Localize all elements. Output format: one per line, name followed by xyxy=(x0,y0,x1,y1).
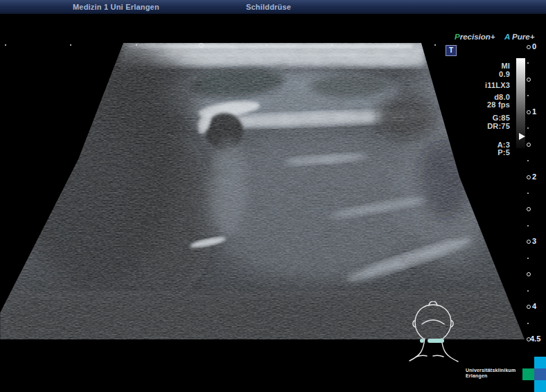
ruler-tick-dot xyxy=(527,258,529,259)
probe-position-bar xyxy=(428,339,444,343)
logo-square-cyan-bottom xyxy=(534,380,546,392)
ruler-tick-dot xyxy=(527,62,529,64)
mode-apure-initial: A xyxy=(504,33,510,41)
top-ruler-dot xyxy=(331,44,333,46)
branding-line1: Universitätsklinikum xyxy=(466,368,516,373)
title-bar: Medizin 1 Uni Erlangen Schilddrüse xyxy=(0,0,546,14)
body-marker-neck-icon[interactable] xyxy=(405,301,464,364)
orientation-marker-icon: T xyxy=(446,45,457,56)
ruler-tick-circle xyxy=(527,207,531,211)
exam-preset-label: Schilddrüse xyxy=(246,3,291,11)
param-mi-label: MI xyxy=(443,62,510,70)
param-transducer: i11LX3 xyxy=(443,81,510,89)
ruler-tick-dot xyxy=(527,95,529,96)
top-ruler-dot xyxy=(434,44,436,46)
param-p-value: P:5 xyxy=(443,148,510,157)
top-ruler-center-ring xyxy=(199,43,204,48)
focus-marker-icon xyxy=(519,133,525,140)
depth-label-0: 0 xyxy=(532,42,536,51)
top-ruler-dot xyxy=(266,44,267,46)
ruler-tick-dot xyxy=(527,127,529,129)
ruler-tick-dot xyxy=(527,160,529,161)
branding-line2: Erlangen xyxy=(466,373,488,379)
depth-label-4-5: 4.5 xyxy=(530,335,540,343)
ruler-tick-circle xyxy=(527,272,531,276)
ruler-tick-dot xyxy=(527,225,529,226)
param-mi-value: 0.9 xyxy=(443,70,510,78)
ruler-tick-circle xyxy=(527,240,531,244)
institution-label: Medizin 1 Uni Erlangen xyxy=(73,3,159,11)
depth-label-1: 1 xyxy=(532,107,536,116)
ruler-tick-dot xyxy=(527,193,529,194)
ruler-tick-circle xyxy=(527,143,531,147)
ruler-tick-dot xyxy=(527,323,529,324)
param-frame-rate: 28 fps xyxy=(443,100,510,109)
ruler-tick-circle xyxy=(527,175,531,179)
mode-precision-initial: P xyxy=(455,33,460,41)
ultrasound-screen: Medizin 1 Uni Erlangen Schilddrüse xyxy=(0,0,546,392)
logo-square-blue-mid xyxy=(534,368,546,380)
top-ruler-dot xyxy=(136,44,137,46)
logo-square-green xyxy=(522,368,534,380)
depth-label-2: 2 xyxy=(532,172,536,181)
ruler-tick-circle xyxy=(527,45,531,49)
top-ruler-dot xyxy=(70,44,71,46)
mode-precision-label: Precision+ xyxy=(455,33,495,41)
ultrasound-image-area xyxy=(0,0,546,392)
depth-label-4: 4 xyxy=(532,302,536,310)
param-dynamic-range: DR:75 xyxy=(443,122,510,130)
ruler-tick-circle xyxy=(527,78,531,82)
top-ruler-dot xyxy=(397,44,398,46)
ruler-tick-circle xyxy=(527,305,531,309)
depth-label-3: 3 xyxy=(532,237,536,245)
ultrasound-echo-texture xyxy=(0,0,546,392)
ruler-tick-dot xyxy=(527,290,529,292)
ruler-tick-circle xyxy=(527,110,531,114)
param-gain: G:85 xyxy=(443,114,510,122)
mode-apure-label: A Pure+ xyxy=(504,33,534,41)
top-ruler-dot xyxy=(5,44,6,46)
probe-position-dot xyxy=(420,339,424,343)
logo-square-cyan-top xyxy=(534,357,546,368)
